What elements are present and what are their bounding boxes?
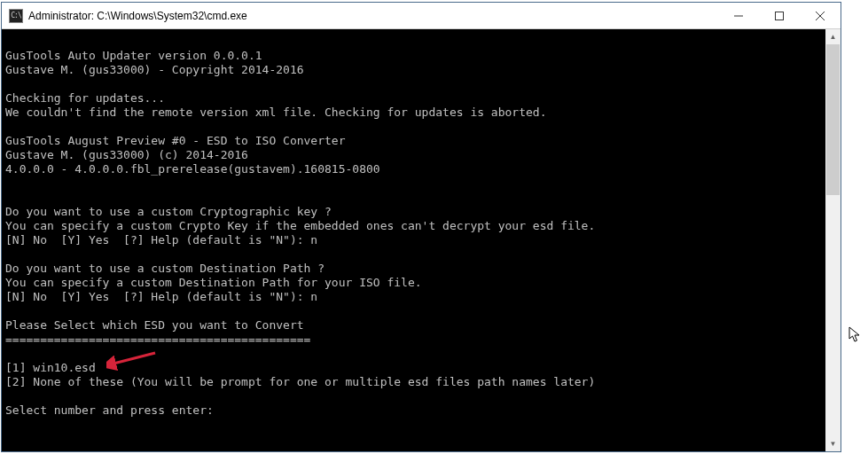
terminal-line: Checking for updates... xyxy=(5,91,837,106)
title-bar[interactable]: C:\ Administrator: C:\Windows\System32\c… xyxy=(2,3,841,29)
terminal-line: [2] None of these (You will be prompt fo… xyxy=(5,375,837,389)
minimize-icon xyxy=(734,12,743,20)
terminal-line xyxy=(5,176,837,191)
scrollbar[interactable]: ▲ ▼ xyxy=(825,29,841,451)
maximize-icon xyxy=(775,12,784,20)
terminal-line: Do you want to use a custom Cryptographi… xyxy=(5,205,837,219)
terminal-line: GusTools Auto Updater version 0.0.0.1 xyxy=(5,49,837,63)
terminal-line: We couldn't find the remote version xml … xyxy=(5,106,837,120)
terminal-line: [N] No [Y] Yes [?] Help (default is "N")… xyxy=(5,233,837,247)
terminal-line: Please Select which ESD you want to Conv… xyxy=(5,318,837,333)
terminal-line: You can specify a custom Crypto Key if t… xyxy=(5,219,837,233)
terminal-output[interactable]: GusTools Auto Updater version 0.0.0.1Gus… xyxy=(2,29,841,451)
terminal-line: You can specify a custom Destination Pat… xyxy=(5,276,837,290)
maximize-button[interactable] xyxy=(759,3,800,28)
terminal-line xyxy=(5,120,837,134)
terminal-line xyxy=(5,347,837,361)
terminal-line: Gustave M. (gus33000) - Copyright 2014-2… xyxy=(5,63,837,77)
mouse-cursor-icon xyxy=(848,326,863,344)
terminal-line xyxy=(5,247,837,262)
close-icon xyxy=(816,12,825,20)
terminal-line xyxy=(5,35,837,49)
scroll-down-icon[interactable]: ▼ xyxy=(825,436,841,451)
close-button[interactable] xyxy=(800,3,841,28)
terminal-line: GusTools August Preview #0 - ESD to ISO … xyxy=(5,134,837,148)
terminal-line xyxy=(5,389,837,403)
terminal-line: ========================================… xyxy=(5,333,837,347)
terminal-line xyxy=(5,191,837,205)
terminal-line: Do you want to use a custom Destination … xyxy=(5,262,837,276)
terminal-line: [N] No [Y] Yes [?] Help (default is "N")… xyxy=(5,290,837,304)
terminal-line: [1] win10.esd xyxy=(5,361,837,375)
window-title: Administrator: C:\Windows\System32\cmd.e… xyxy=(28,10,718,22)
cmd-window: C:\ Administrator: C:\Windows\System32\c… xyxy=(1,2,841,452)
terminal-line xyxy=(5,304,837,318)
minimize-button[interactable] xyxy=(718,3,759,28)
scrollbar-thumb[interactable] xyxy=(826,44,840,195)
terminal-line xyxy=(5,77,837,91)
terminal-line: 4.0.0.0 - 4.0.0.0.fbl_prerelease(gustave… xyxy=(5,162,837,176)
terminal-line: Select number and press enter: xyxy=(5,403,837,418)
svg-rect-1 xyxy=(776,12,784,20)
scroll-up-icon[interactable]: ▲ xyxy=(825,29,841,44)
cmd-icon: C:\ xyxy=(9,9,23,23)
terminal-line: Gustave M. (gus33000) (c) 2014-2016 xyxy=(5,148,837,162)
window-controls xyxy=(718,3,841,28)
